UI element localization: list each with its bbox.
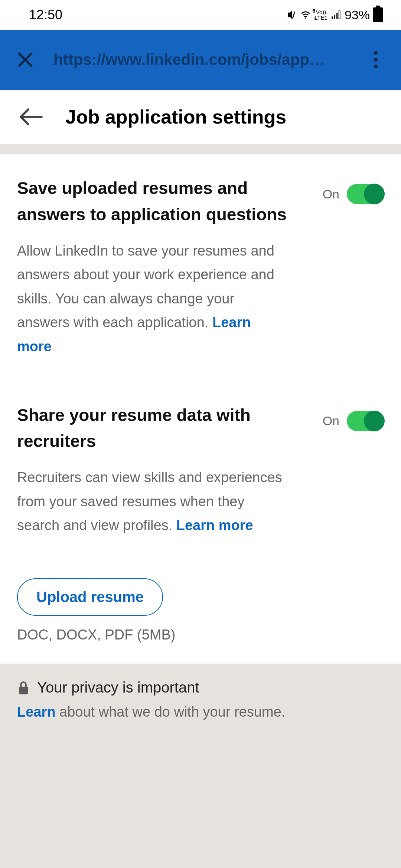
divider bbox=[0, 144, 401, 154]
setting-description: Recruiters can view skills and experienc… bbox=[17, 466, 284, 537]
svg-rect-3 bbox=[334, 15, 335, 19]
battery-percent: 93% bbox=[345, 8, 370, 22]
svg-rect-5 bbox=[339, 11, 340, 19]
status-bar: 12:50 6 ↕ Vo)) LTE1 93% bbox=[0, 0, 401, 30]
wifi-icon: 6 ↕ bbox=[300, 10, 312, 20]
privacy-text: Learn about what we do with your resume. bbox=[17, 704, 384, 720]
privacy-footer: Your privacy is important Learn about wh… bbox=[0, 664, 401, 868]
toggle-save-resumes[interactable] bbox=[347, 184, 384, 204]
setting-description: Allow LinkedIn to save your resumes and … bbox=[17, 239, 284, 359]
svg-point-9 bbox=[374, 58, 378, 62]
toggle-share-recruiters[interactable] bbox=[347, 411, 384, 431]
upload-section: Upload resume DOC, DOCX, PDF (5MB) bbox=[0, 560, 401, 664]
status-indicators: 6 ↕ Vo)) LTE1 93% bbox=[286, 7, 383, 22]
signal-icon bbox=[330, 10, 342, 20]
setting-title: Share your resume data with recruiters bbox=[17, 402, 312, 455]
url-text[interactable]: https://www.linkedin.com/jobs/applic… bbox=[53, 51, 328, 69]
svg-rect-2 bbox=[332, 16, 333, 19]
learn-more-link[interactable]: Learn more bbox=[176, 517, 253, 533]
settings-list: Save uploaded resumes and answers to app… bbox=[0, 154, 401, 664]
page-header: Job application settings bbox=[0, 90, 401, 144]
upload-resume-button[interactable]: Upload resume bbox=[17, 578, 163, 616]
upload-hint: DOC, DOCX, PDF (5MB) bbox=[17, 627, 384, 643]
browser-bar: https://www.linkedin.com/jobs/applic… bbox=[0, 30, 401, 90]
toggle-state-label: On bbox=[323, 187, 339, 201]
setting-share-recruiters: Share your resume data with recruiters O… bbox=[0, 381, 401, 560]
lock-icon bbox=[17, 681, 30, 695]
toggle-state-label: On bbox=[323, 414, 339, 428]
privacy-title: Your privacy is important bbox=[37, 679, 199, 696]
svg-rect-12 bbox=[19, 687, 28, 694]
setting-title: Save uploaded resumes and answers to app… bbox=[17, 175, 312, 228]
close-icon[interactable] bbox=[12, 46, 39, 73]
status-time: 12:50 bbox=[29, 7, 62, 23]
svg-point-8 bbox=[374, 51, 378, 55]
more-icon[interactable] bbox=[362, 46, 389, 73]
svg-point-10 bbox=[374, 65, 378, 68]
privacy-learn-link[interactable]: Learn bbox=[17, 704, 55, 720]
svg-rect-4 bbox=[336, 13, 338, 19]
setting-save-resumes: Save uploaded resumes and answers to app… bbox=[0, 154, 401, 381]
back-icon[interactable] bbox=[18, 103, 45, 130]
network-label: Vo)) LTE1 bbox=[314, 9, 327, 20]
mute-icon bbox=[286, 9, 297, 20]
battery-icon bbox=[373, 7, 383, 22]
svg-line-0 bbox=[293, 11, 295, 19]
page-title: Job application settings bbox=[65, 106, 286, 128]
svg-point-1 bbox=[305, 17, 306, 19]
